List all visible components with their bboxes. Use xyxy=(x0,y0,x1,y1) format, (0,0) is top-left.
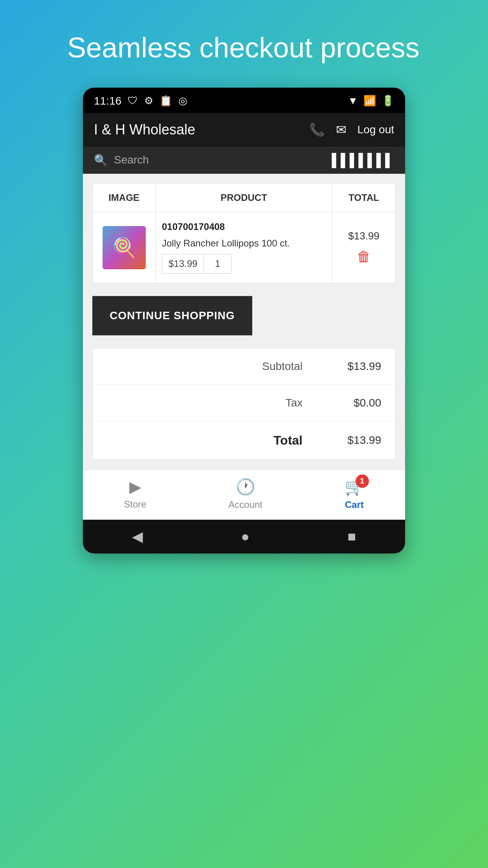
home-icon[interactable]: ● xyxy=(241,528,250,545)
wifi-icon: ▼ xyxy=(348,95,358,107)
app-title: I & H Wholesale xyxy=(94,121,195,138)
nav-account[interactable]: 🕐 Account xyxy=(228,478,262,510)
cart-table: IMAGE PRODUCT TOTAL 🍭 010700170408 Jolly… xyxy=(92,183,396,283)
search-icon: 🔍 xyxy=(94,154,108,167)
email-icon[interactable]: ✉ xyxy=(336,122,347,137)
phone-icon[interactable]: 📞 xyxy=(309,122,325,137)
nav-store[interactable]: ▶ Store xyxy=(124,478,146,510)
status-right: ▼ 📶 🔋 xyxy=(348,95,394,107)
account-icon: 🕐 xyxy=(236,478,255,496)
android-nav: ◀ ● ■ xyxy=(83,520,405,554)
search-bar: 🔍 Search ▌▌▌▌▌▌▌ xyxy=(83,147,405,174)
tax-label: Tax xyxy=(285,397,303,409)
search-input[interactable]: Search xyxy=(114,154,325,166)
cart-badge: 1 xyxy=(356,474,369,488)
shield-icon: 🛡 xyxy=(128,95,138,107)
total-value: $13.99 xyxy=(334,434,381,447)
total-label: Total xyxy=(273,433,303,448)
back-icon[interactable]: ◀ xyxy=(132,528,143,545)
subtotal-value: $13.99 xyxy=(334,360,381,373)
header-icons: 📞 ✉ Log out xyxy=(309,122,394,137)
barcode-icon[interactable]: ▌▌▌▌▌▌▌ xyxy=(332,153,394,167)
price-qty-row: $13.99 1 xyxy=(162,254,231,274)
cart-label: Cart xyxy=(345,499,364,510)
account-label: Account xyxy=(228,499,262,510)
status-time: 11:16 xyxy=(94,95,121,107)
col-total: TOTAL xyxy=(332,184,395,212)
col-image: IMAGE xyxy=(93,184,156,212)
signal-icon: 📶 xyxy=(363,95,376,107)
total-cell: $13.99 🗑 xyxy=(332,212,395,283)
product-image: 🍭 xyxy=(103,226,146,269)
main-content: IMAGE PRODUCT TOTAL 🍭 010700170408 Jolly… xyxy=(83,174,405,469)
tax-value: $0.00 xyxy=(334,397,381,409)
status-left: 11:16 🛡 ⚙ 📋 ◎ xyxy=(94,95,187,107)
hero-title: Seamless checkout process xyxy=(67,0,421,88)
bottom-nav: ▶ Store 🕐 Account 🛒 1 Cart xyxy=(83,469,405,520)
delete-button[interactable]: 🗑 xyxy=(357,248,371,265)
total-row: Total $13.99 xyxy=(93,421,395,460)
target-icon: ◎ xyxy=(178,95,187,107)
cart-table-header: IMAGE PRODUCT TOTAL xyxy=(93,184,395,212)
clipboard-icon: 📋 xyxy=(160,95,172,107)
nav-cart[interactable]: 🛒 1 Cart xyxy=(345,478,364,510)
product-quantity[interactable]: 1 xyxy=(204,254,231,274)
product-name: Jolly Rancher Lollipops 100 ct. xyxy=(162,237,290,249)
gear-icon: ⚙ xyxy=(144,95,153,107)
summary-box: Subtotal $13.99 Tax $0.00 Total $13.99 xyxy=(92,348,396,460)
table-row: 🍭 010700170408 Jolly Rancher Lollipops 1… xyxy=(93,212,395,283)
subtotal-label: Subtotal xyxy=(262,360,303,373)
battery-icon: 🔋 xyxy=(382,95,394,107)
recents-icon[interactable]: ■ xyxy=(348,528,356,545)
phone-frame: 11:16 🛡 ⚙ 📋 ◎ ▼ 📶 🔋 I & H Wholesale 📞 ✉ … xyxy=(83,88,405,554)
product-price: $13.99 xyxy=(162,254,204,274)
image-cell: 🍭 xyxy=(93,212,156,283)
col-product: PRODUCT xyxy=(156,184,332,212)
logout-button[interactable]: Log out xyxy=(358,123,394,136)
hero-section: Seamless checkout process xyxy=(67,0,421,88)
product-cell: 010700170408 Jolly Rancher Lollipops 100… xyxy=(156,212,332,283)
status-bar: 11:16 🛡 ⚙ 📋 ◎ ▼ 📶 🔋 xyxy=(83,88,405,113)
continue-shopping-button[interactable]: CONTINUE SHOPPING xyxy=(92,296,252,335)
app-header: I & H Wholesale 📞 ✉ Log out xyxy=(83,113,405,147)
subtotal-row: Subtotal $13.99 xyxy=(93,348,395,385)
store-label: Store xyxy=(124,499,146,510)
product-sku: 010700170408 xyxy=(162,221,225,232)
tax-row: Tax $0.00 xyxy=(93,385,395,421)
store-icon: ▶ xyxy=(129,478,141,496)
item-total: $13.99 xyxy=(348,230,380,242)
